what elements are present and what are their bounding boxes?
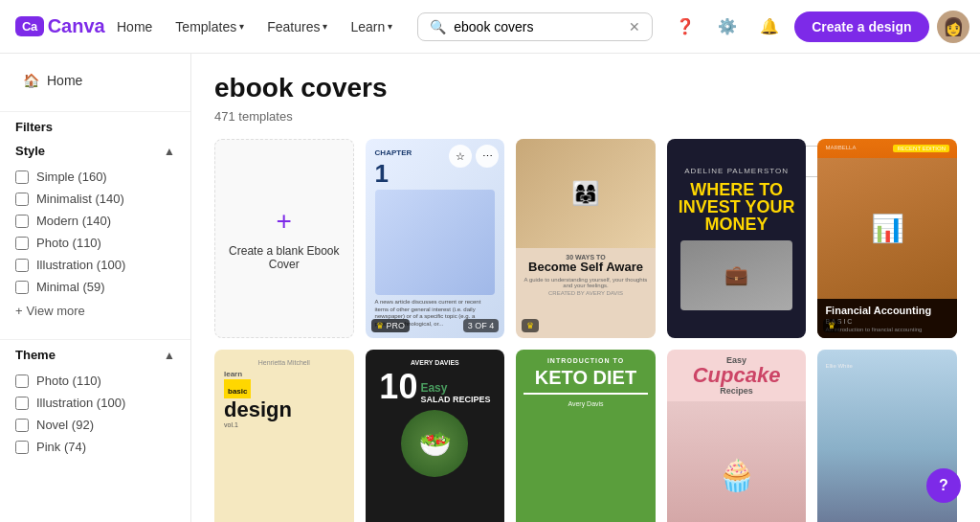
nav-templates[interactable]: Templates ▾ [166,13,254,40]
sidebar-home-item[interactable]: 🏠 Home [8,65,183,96]
more-options-button[interactable]: ⋯ [476,145,499,168]
card-keto-design: INTRODUCTION TO KETO DIET Avery Davis [516,350,656,522]
header: Ca Canva Home Templates ▾ Features ▾ Lea… [0,0,980,54]
clear-search-icon[interactable]: ✕ [629,19,640,34]
theme-section-header: Theme ▲ [15,348,175,362]
content-header: ebook covers Templates Your projects [214,73,957,103]
card-chapter1-design: CHAPTER 1 A news article discusses curre… [366,139,505,338]
home-icon: 🏠 [23,73,39,88]
help-circle-button[interactable]: ❓ [668,10,702,44]
create-blank-card[interactable]: + Create a blank Ebook Cover [214,139,354,338]
filter-theme-pink-checkbox[interactable] [15,441,29,454]
filter-illustration[interactable]: Illustration (100) [15,254,175,276]
card-salad-design: AVERY DAVIES 10 Easy SALAD RECIPES 🥗 [366,350,505,522]
card-finance-design: MARBELLA RECENT EDITION 📊 Financial Acco… [817,139,957,338]
template-card-financial[interactable]: MARBELLA RECENT EDITION 📊 Financial Acco… [817,139,957,338]
create-blank-label: Create a blank Ebook Cover [215,244,353,271]
search-icon: 🔍 [430,19,446,34]
filter-minimal-checkbox[interactable] [15,281,29,294]
filter-theme-photo[interactable]: Photo (110) [15,370,175,392]
notifications-button[interactable]: 🔔 [752,10,787,44]
filter-minimalist[interactable]: Minimalist (140) [15,188,175,210]
card-cupcake-design: Easy Cupcake Recipes 🧁 [667,350,807,522]
crown-badge-self-aware: ♛ [522,319,539,332]
filter-theme-illustration[interactable]: Illustration (100) [15,392,175,414]
template-count: 471 templates [214,109,957,124]
create-plus-icon: + [277,206,292,237]
filter-simple[interactable]: Simple (160) [15,166,175,188]
filter-illustration-checkbox[interactable] [15,259,29,272]
filter-theme-novel[interactable]: Novel (92) [15,414,175,436]
style-filter-list: Simple (160) Minimalist (140) Modern (14… [15,166,175,298]
filter-theme-novel-checkbox[interactable] [15,419,29,432]
nav-learn[interactable]: Learn ▾ [341,13,402,40]
template-card-salad[interactable]: AVERY DAVIES 10 Easy SALAD RECIPES 🥗 ♛ [366,350,505,522]
learn-chevron-icon: ▾ [388,21,392,32]
content-area: ebook covers Templates Your projects 471… [191,54,980,522]
notifications-button-wrap: 🔔 [752,10,787,44]
template-card-chapter1[interactable]: CHAPTER 1 A news article discusses curre… [366,139,505,338]
card-self-aware-design: 👩‍👩‍👧 30 WAYS TO Become Self Aware A gui… [516,139,656,338]
plus-icon: + [15,304,23,318]
header-icons: ❓ ⚙️ 🔔 Create a design 👩 [668,10,969,44]
pro-badge: ♛ PRO [371,319,411,332]
bell-icon: 🔔 [760,17,779,35]
nav-features[interactable]: Features ▾ [257,13,337,40]
filter-theme-pink[interactable]: Pink (74) [15,436,175,458]
crown-icon: ♛ [828,321,835,330]
main-layout: 🏠 Home Filters Style ▲ Simple (160) [0,54,980,522]
crown-icon: ♛ [526,321,534,330]
search-input[interactable] [454,19,621,34]
templates-chevron-icon: ▾ [239,21,244,32]
template-card-cupcake[interactable]: Easy Cupcake Recipes 🧁 [667,350,807,522]
filters-title: Filters [15,120,53,134]
template-card-self-aware[interactable]: 👩‍👩‍👧 30 WAYS TO Become Self Aware A gui… [516,139,656,338]
filter-minimalist-checkbox[interactable] [15,193,29,206]
nav-home[interactable]: Home [107,13,162,40]
main-nav: Home Templates ▾ Features ▾ Learn ▾ [107,13,402,40]
filters-section: Filters Style ▲ Simple (160) Minimalist … [0,111,190,331]
sidebar: 🏠 Home Filters Style ▲ Simple (160) [0,54,191,522]
filter-theme-photo-checkbox[interactable] [15,374,29,388]
help-icon: ❓ [676,17,695,35]
filter-photo[interactable]: Photo (110) [15,232,175,254]
theme-collapse-icon[interactable]: ▲ [164,349,175,362]
theme-filter-list: Photo (110) Illustration (100) Novel (92… [15,370,175,458]
crown-icon: ♛ [376,321,384,330]
create-design-button[interactable]: Create a design [794,11,928,42]
card-basic-design-render: Henrietta Mitchell learn basic design vo… [214,350,354,522]
canva-logo[interactable]: Ca Canva [15,15,92,37]
search-bar: 🔍 ✕ [417,12,653,41]
style-collapse-icon[interactable]: ▲ [164,145,175,158]
question-mark-icon: ? [939,477,948,494]
bookmark-button[interactable]: ☆ [449,145,472,168]
page-count-badge: 3 OF 4 [463,319,500,332]
help-button[interactable]: ? [926,468,961,503]
view-more-style[interactable]: + View more [15,298,175,324]
filter-theme-illustration-checkbox[interactable] [15,397,29,410]
settings-button[interactable]: ⚙️ [710,10,745,44]
crown-badge-finance: ♛ [823,319,840,332]
card-invest-design: ADELINE PALMERSTON WHERE TOINVEST YOURMO… [667,139,807,338]
template-card-basic-design[interactable]: Henrietta Mitchell learn basic design vo… [214,350,354,522]
user-avatar[interactable]: 👩 [937,11,969,43]
template-card-invest[interactable]: ADELINE PALMERSTON WHERE TOINVEST YOURMO… [667,139,807,338]
filter-simple-checkbox[interactable] [15,170,29,184]
style-section-header: Style ▲ [15,144,175,158]
filter-modern-checkbox[interactable] [15,215,29,228]
features-chevron-icon: ▾ [323,21,327,32]
filter-photo-checkbox[interactable] [15,237,29,250]
theme-section: Theme ▲ Photo (110) Illustration (100) N… [0,339,190,465]
template-card-keto[interactable]: INTRODUCTION TO KETO DIET Avery Davis [516,350,656,522]
filters-header: Filters [15,120,175,134]
filter-minimal[interactable]: Minimal (59) [15,276,175,298]
gear-icon: ⚙️ [718,17,737,35]
filter-modern[interactable]: Modern (140) [15,210,175,232]
avatar-image: 👩 [943,16,964,37]
template-grid: + Create a blank Ebook Cover CHAPTER 1 A… [214,139,957,522]
card-chapter1-actions: ☆ ⋯ [449,145,499,168]
page-title: ebook covers [214,73,957,103]
